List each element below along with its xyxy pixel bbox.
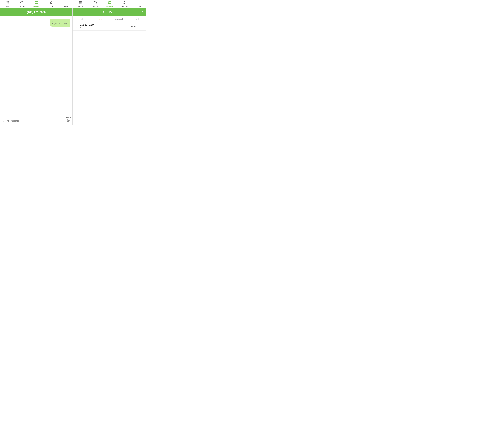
bubble-time: Aug 12, 2015, 11:00 AM — [52, 23, 68, 25]
right-panel: John Brown All Text Voicemail Tr — [72, 8, 146, 125]
nav-label-messages: Messages — [33, 6, 40, 7]
messages-icon — [35, 1, 38, 5]
contact-name: John Brown — [79, 11, 141, 14]
more2-icon — [137, 1, 141, 5]
svg-point-12 — [64, 2, 65, 3]
svg-point-11 — [51, 2, 52, 3]
svg-point-1 — [7, 1, 8, 2]
message-list-icon — [74, 25, 78, 28]
call-logs-icon — [20, 1, 24, 5]
nav-item-contacts2[interactable]: Contacts — [120, 1, 129, 7]
input-area: 0/1200 ⌄ — [0, 115, 72, 125]
nav-label-more: More — [64, 6, 68, 7]
message-input[interactable] — [6, 119, 65, 123]
nav-item-messages2[interactable]: Messages — [105, 1, 114, 7]
nav-item-call-logs2[interactable]: Call Logs — [91, 1, 99, 7]
main-content: (403) 201-8880 Hi! Aug 12, 2015, 11:00 A… — [0, 8, 146, 125]
contacts2-icon — [123, 1, 126, 5]
keypad2-icon — [79, 1, 82, 5]
nav-label-call-logs: Call Logs — [18, 6, 25, 7]
svg-point-15 — [79, 1, 80, 2]
svg-point-18 — [79, 2, 80, 3]
nav-label-keypad: Keypad — [5, 6, 10, 7]
conversation-header: (403) 201-8880 — [0, 8, 72, 16]
svg-point-16 — [80, 1, 81, 2]
message-bubble: Hi! Aug 12, 2015, 11:00 AM — [50, 19, 70, 27]
compose-button[interactable] — [141, 10, 144, 14]
tab-trash[interactable]: Trash — [128, 16, 146, 22]
svg-point-4 — [7, 2, 8, 3]
svg-point-28 — [139, 2, 139, 3]
nav-item-more2[interactable]: More — [135, 1, 144, 7]
right-header: John Brown — [72, 8, 146, 16]
top-navigation: Keypad Call Logs Messages — [0, 0, 146, 8]
message-area: Hi! Aug 12, 2015, 11:00 AM — [0, 16, 72, 115]
svg-point-22 — [80, 4, 81, 4]
input-row: ⌄ — [2, 119, 71, 123]
list-preview: Hi! — [80, 27, 131, 29]
list-item[interactable]: (403) 201-8880 Hi! Aug 12, 2015 — [72, 22, 146, 31]
list-phone: (403) 201-8880 — [80, 24, 131, 27]
svg-point-20 — [81, 2, 82, 3]
list-content: (403) 201-8880 Hi! — [80, 24, 131, 29]
nav-item-call-logs[interactable]: Call Logs — [18, 1, 26, 7]
expand-button[interactable]: ⌄ — [2, 119, 5, 123]
nav-label-contacts: Contacts — [48, 6, 54, 7]
nav-right: Keypad Call Logs Messages — [73, 0, 146, 8]
svg-point-19 — [80, 2, 81, 3]
svg-point-26 — [124, 2, 125, 3]
nav-left: Keypad Call Logs Messages — [0, 0, 73, 8]
svg-point-8 — [8, 4, 9, 4]
list-date: Aug 12, 2015 — [131, 26, 140, 27]
bubble-text: Hi! — [52, 20, 68, 23]
svg-point-3 — [6, 2, 7, 3]
svg-point-7 — [7, 4, 8, 4]
nav-label-keypad2: Keypad — [78, 6, 83, 7]
nav-label-contacts2: Contacts — [121, 6, 127, 7]
message-list: (403) 201-8880 Hi! Aug 12, 2015 — [72, 22, 146, 125]
keypad-icon — [6, 1, 9, 5]
svg-rect-25 — [108, 2, 111, 4]
svg-point-29 — [140, 2, 140, 3]
call-logs2-icon — [93, 1, 97, 5]
tab-voicemail[interactable]: Voicemail — [109, 16, 128, 22]
svg-marker-30 — [67, 119, 70, 122]
svg-point-17 — [81, 1, 82, 2]
nav-item-contacts[interactable]: Contacts — [47, 1, 55, 7]
nav-item-keypad2[interactable]: Keypad — [76, 1, 85, 7]
conversation-phone: (403) 201-8880 — [27, 11, 45, 14]
svg-point-13 — [65, 2, 66, 3]
list-checkbox[interactable] — [142, 25, 144, 28]
svg-rect-34 — [75, 25, 77, 27]
svg-point-21 — [79, 4, 80, 4]
svg-point-5 — [8, 2, 9, 3]
nav-label-messages2: Messages — [106, 6, 113, 7]
svg-line-33 — [142, 11, 143, 12]
nav-label-call-logs2: Call Logs — [92, 6, 99, 7]
send-button[interactable] — [67, 119, 71, 123]
nav-item-more[interactable]: More — [61, 1, 70, 7]
messages2-icon — [108, 1, 112, 5]
left-panel: (403) 201-8880 Hi! Aug 12, 2015, 11:00 A… — [0, 8, 72, 125]
tab-all[interactable]: All — [72, 16, 91, 22]
svg-point-23 — [81, 4, 82, 4]
more-icon — [64, 1, 68, 5]
nav-item-messages[interactable]: Messages — [32, 1, 41, 7]
char-count: 0/1200 — [2, 117, 71, 118]
message-bubble-wrapper: Hi! Aug 12, 2015, 11:00 AM — [2, 19, 70, 27]
nav-item-keypad[interactable]: Keypad — [3, 1, 12, 7]
svg-point-14 — [67, 2, 67, 3]
contacts-icon — [49, 1, 53, 5]
svg-point-0 — [6, 1, 7, 2]
tab-text[interactable]: Text — [91, 16, 109, 22]
tabs-row: All Text Voicemail Trash — [72, 16, 146, 22]
svg-point-2 — [8, 1, 9, 2]
svg-rect-10 — [35, 2, 38, 4]
svg-point-27 — [138, 2, 138, 3]
nav-label-more2: More — [137, 6, 141, 7]
svg-point-6 — [6, 4, 7, 4]
